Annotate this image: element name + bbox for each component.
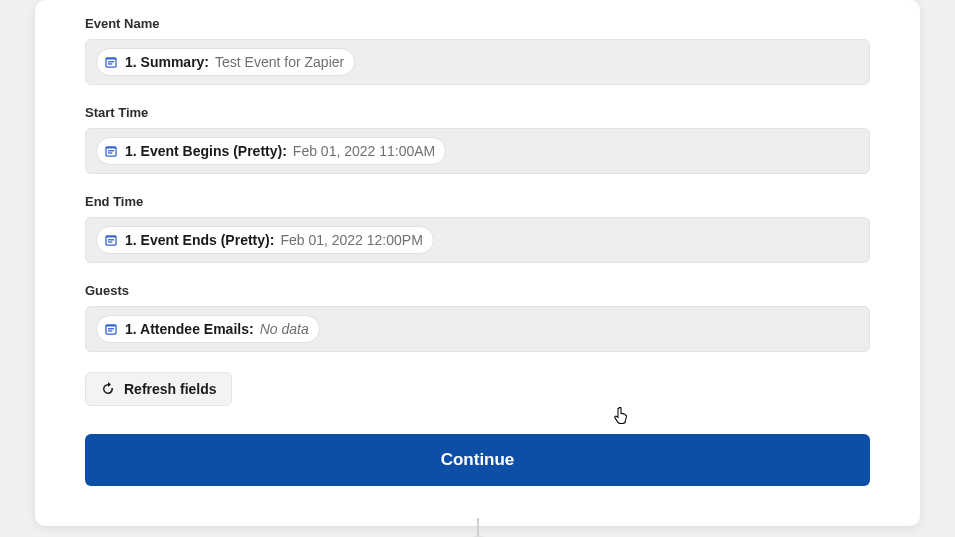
field-input-start-time[interactable]: 1. Event Begins (Pretty): Feb 01, 2022 1… [85,128,870,174]
svg-rect-14 [108,328,114,329]
pill-label: 1. Event Ends (Pretty): [125,230,274,250]
refresh-label: Refresh fields [124,381,217,397]
pill-label: 1. Event Begins (Pretty): [125,141,287,161]
pill-value: No data [260,319,309,339]
mapped-value-pill[interactable]: 1. Summary: Test Event for Zapier [96,48,355,76]
mapped-value-pill[interactable]: 1. Event Ends (Pretty): Feb 01, 2022 12:… [96,226,434,254]
calendar-icon [103,321,119,337]
step-connector [463,518,493,537]
field-label: Guests [85,283,870,298]
calendar-icon [103,54,119,70]
field-event-name: Event Name 1. Summary: Test Event for Za… [85,16,870,85]
svg-rect-15 [108,330,112,331]
field-label: Start Time [85,105,870,120]
mapped-value-pill[interactable]: 1. Attendee Emails: No data [96,315,320,343]
field-input-end-time[interactable]: 1. Event Ends (Pretty): Feb 01, 2022 12:… [85,217,870,263]
calendar-icon [103,232,119,248]
pill-value: Feb 01, 2022 12:00PM [280,230,422,250]
pill-label: 1. Attendee Emails: [125,319,254,339]
refresh-icon [100,381,116,397]
pill-label: 1. Summary: [125,52,209,72]
svg-rect-13 [107,326,116,333]
field-start-time: Start Time 1. Event Begins (Pretty): Feb… [85,105,870,174]
calendar-icon [103,143,119,159]
mapped-value-pill[interactable]: 1. Event Begins (Pretty): Feb 01, 2022 1… [96,137,446,165]
pill-value: Test Event for Zapier [215,52,344,72]
svg-rect-3 [108,63,112,64]
field-end-time: End Time 1. Event Ends (Pretty): Feb 01,… [85,194,870,263]
svg-rect-10 [108,239,114,240]
field-guests: Guests 1. Attendee Emails: No data [85,283,870,352]
continue-button[interactable]: Continue [85,434,870,486]
svg-rect-1 [107,59,116,66]
svg-rect-5 [107,148,116,155]
field-input-guests[interactable]: 1. Attendee Emails: No data [85,306,870,352]
svg-rect-9 [107,237,116,244]
svg-rect-2 [108,61,114,62]
zap-step-card: Event Name 1. Summary: Test Event for Za… [35,0,920,526]
field-input-event-name[interactable]: 1. Summary: Test Event for Zapier [85,39,870,85]
pill-value: Feb 01, 2022 11:00AM [293,141,435,161]
refresh-fields-button[interactable]: Refresh fields [85,372,232,406]
continue-label: Continue [441,450,515,469]
connector-line [477,518,479,536]
field-label: End Time [85,194,870,209]
svg-rect-11 [108,241,112,242]
svg-rect-7 [108,152,112,153]
svg-rect-6 [108,150,114,151]
field-label: Event Name [85,16,870,31]
